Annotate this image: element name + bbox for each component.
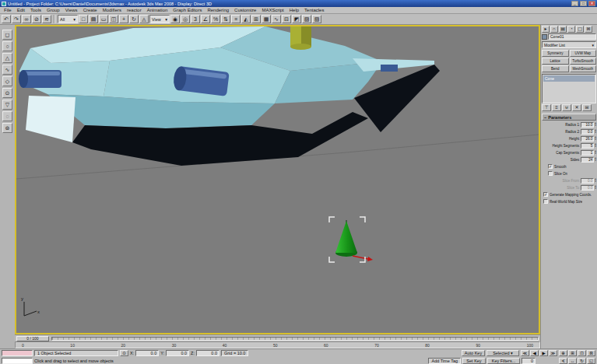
maxscript-mini-listener-macro[interactable]: [2, 350, 33, 356]
select-and-scale-icon[interactable]: ◬: [139, 15, 149, 23]
select-object-icon[interactable]: □: [79, 15, 88, 23]
close-button[interactable]: ✕: [588, 1, 595, 6]
reactor-preview-icon[interactable]: ⊙: [2, 88, 12, 98]
reactor-create-rigid-body-icon[interactable]: ◻: [2, 30, 12, 40]
spinner-down-icon[interactable]: ▾: [595, 138, 596, 141]
maximize-viewport-toggle-icon[interactable]: ◱: [587, 358, 595, 364]
reactor-utilities-icon[interactable]: ▽: [2, 100, 12, 110]
select-and-link-icon[interactable]: ∞: [22, 15, 31, 23]
spinner-control[interactable]: ▴ ▾: [595, 143, 596, 148]
current-time-field[interactable]: 0: [521, 358, 536, 364]
spinner-control[interactable]: ▴ ▾: [595, 122, 596, 127]
menu-item[interactable]: Tentacles: [304, 8, 324, 12]
menu-item[interactable]: Modifiers: [103, 8, 121, 12]
spinner-down-icon[interactable]: ▾: [595, 159, 596, 162]
maxscript-mini-listener-script[interactable]: [2, 358, 33, 364]
maximize-button[interactable]: □: [580, 1, 587, 6]
percent-snap-icon[interactable]: %: [211, 15, 220, 23]
align-icon[interactable]: ⊞: [251, 15, 261, 23]
layer-manager-icon[interactable]: ▦: [262, 15, 271, 23]
spinner-control[interactable]: ▴ ▾: [595, 150, 596, 155]
undo-icon[interactable]: ↶: [2, 15, 11, 23]
motion-tab[interactable]: ◔: [567, 26, 575, 33]
modifier-button[interactable]: Symmetry: [542, 50, 569, 57]
modifier-button[interactable]: TurboSmooth: [570, 58, 597, 65]
redo-icon[interactable]: ↷: [12, 15, 21, 23]
key-mode-dropdown[interactable]: Selected ▾: [486, 350, 519, 356]
modifier-stack[interactable]: Cone: [542, 74, 596, 103]
object-color-swatch[interactable]: [542, 34, 547, 40]
menu-item[interactable]: Help: [290, 8, 299, 12]
perspective-viewport[interactable]: x y: [15, 25, 540, 334]
menu-item[interactable]: Group: [47, 8, 60, 12]
spinner-control[interactable]: ▴ ▾: [595, 157, 596, 162]
checkbox[interactable]: [548, 171, 553, 176]
modifier-button[interactable]: MeshSmooth: [570, 65, 597, 72]
previous-frame-icon[interactable]: ◀: [530, 350, 539, 356]
menu-item[interactable]: reactor: [127, 8, 142, 12]
parameters-rollout-header[interactable]: − Parameters: [542, 114, 596, 121]
arc-rotate-icon[interactable]: ↻: [578, 358, 586, 364]
reactor-simulate-icon[interactable]: ⊚: [2, 123, 12, 133]
viewport-canvas[interactable]: x y: [16, 26, 539, 333]
select-and-rotate-icon[interactable]: ↻: [129, 15, 139, 23]
select-and-move-icon[interactable]: +: [119, 15, 128, 23]
spinner-snap-icon[interactable]: ⇅: [221, 15, 230, 23]
key-filters-button[interactable]: Key Filters...: [487, 358, 520, 364]
hierarchy-tab[interactable]: ▤: [559, 26, 567, 33]
parameter-field[interactable]: 26.0: [581, 136, 594, 142]
menu-item[interactable]: Animation: [147, 8, 168, 12]
menu-item[interactable]: Rendering: [207, 8, 229, 12]
select-by-name-icon[interactable]: ▤: [89, 15, 98, 23]
reactor-cloth-icon[interactable]: ○: [2, 41, 12, 51]
go-to-end-icon[interactable]: ≫: [549, 350, 557, 356]
time-slider-track[interactable]: [51, 337, 539, 341]
checkbox[interactable]: ✓: [548, 164, 553, 169]
parameter-field[interactable]: 0.0: [581, 129, 594, 135]
modifier-button[interactable]: UVW Map: [570, 50, 597, 57]
named-selection-sets-icon[interactable]: ≡: [231, 15, 241, 23]
display-tab[interactable]: ▢: [576, 26, 584, 33]
time-slider-handle[interactable]: 0 / 100: [16, 336, 49, 341]
menu-item[interactable]: MAXScript: [262, 8, 283, 12]
play-animation-icon[interactable]: ▶: [539, 350, 548, 356]
checkbox[interactable]: [543, 199, 548, 204]
configure-modifier-sets-icon[interactable]: ⊞: [582, 104, 592, 111]
zoom-extents-all-icon[interactable]: ⊠: [587, 350, 595, 356]
add-time-tag[interactable]: Add Time Tag: [428, 358, 461, 364]
material-editor-icon[interactable]: ◩: [292, 15, 301, 23]
spinner-down-icon[interactable]: ▾: [595, 124, 596, 127]
menu-item[interactable]: File: [4, 8, 12, 12]
modify-tab[interactable]: ∩: [550, 26, 558, 33]
curve-editor-icon[interactable]: ∿: [272, 15, 281, 23]
menu-item[interactable]: Edit: [17, 8, 25, 12]
object-name-field[interactable]: Cone01: [548, 33, 596, 40]
unlink-selection-icon[interactable]: ⊘: [32, 15, 41, 23]
field-of-view-icon[interactable]: ∢: [559, 358, 567, 364]
modifier-button[interactable]: Bend: [542, 65, 569, 72]
minimize-button[interactable]: _: [571, 1, 578, 6]
menu-item[interactable]: Graph Editors: [173, 8, 202, 12]
utilities-tab[interactable]: ⊠: [585, 26, 592, 33]
use-pivot-point-icon[interactable]: ◉: [170, 15, 180, 23]
parameter-field[interactable]: 1: [581, 150, 594, 156]
create-tab[interactable]: ▸: [542, 26, 550, 33]
checkbox[interactable]: ✓: [543, 192, 548, 197]
set-key-button[interactable]: Set Key: [462, 358, 486, 364]
y-coordinate-field[interactable]: 0.0: [166, 350, 189, 356]
schematic-view-icon[interactable]: ⊟: [282, 15, 291, 23]
parameter-field[interactable]: 5: [581, 143, 594, 149]
show-end-result-icon[interactable]: ≡: [552, 104, 561, 111]
menu-item[interactable]: Tools: [30, 8, 41, 12]
selection-filter-dropdown[interactable]: All ▾: [58, 15, 78, 23]
z-coordinate-field[interactable]: 0.0: [196, 350, 219, 356]
menu-item[interactable]: Create: [83, 8, 97, 12]
spinner-control[interactable]: ▴ ▾: [595, 136, 596, 141]
parameter-field[interactable]: 10.0: [581, 122, 594, 128]
reactor-soft-body-icon[interactable]: △: [2, 53, 12, 63]
pan-icon[interactable]: ↔: [568, 358, 577, 364]
reference-coordinate-system-dropdown[interactable]: View ▾: [149, 15, 170, 23]
reactor-analyze-icon[interactable]: ◌: [2, 111, 12, 121]
track-bar[interactable]: 0102030405060708090100: [15, 341, 540, 348]
spinner-down-icon[interactable]: ▾: [595, 152, 596, 155]
